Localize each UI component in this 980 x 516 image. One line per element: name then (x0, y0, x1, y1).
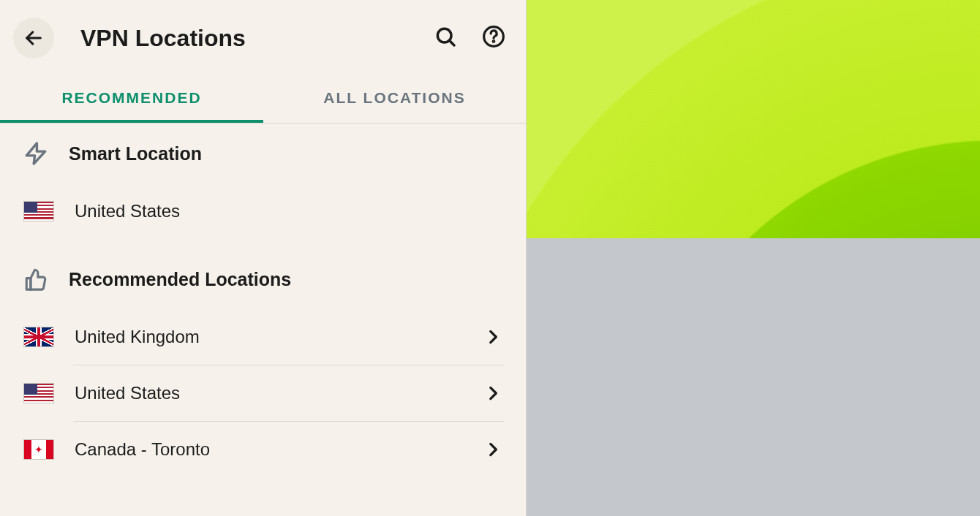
flag-icon (23, 439, 54, 460)
hero-background (527, 0, 980, 238)
svg-marker-5 (26, 143, 45, 164)
main-panel: Connected ••• ther apps securely. (527, 0, 980, 516)
chevron-right-icon (483, 327, 502, 346)
section-label: Recommended Locations (69, 269, 291, 290)
location-name: Canada - Toronto (75, 439, 463, 460)
location-name: United Kingdom (75, 327, 463, 347)
location-item-us[interactable]: United States (0, 365, 526, 421)
lightning-icon (23, 141, 48, 166)
panel-title: VPN Locations (80, 25, 434, 52)
location-item-uk[interactable]: United Kingdom (0, 309, 526, 365)
panel-header: VPN Locations (0, 0, 526, 76)
flag-icon (23, 383, 54, 403)
locations-panel: VPN Locations RECOMMENDED ALL LOCATIONS … (0, 0, 527, 516)
svg-line-2 (449, 40, 454, 45)
location-name: United States (75, 383, 463, 403)
section-label: Smart Location (69, 143, 202, 164)
tab-recommended[interactable]: RECOMMENDED (0, 76, 263, 123)
chevron-right-icon (483, 440, 502, 459)
svg-point-4 (493, 41, 494, 42)
back-button[interactable] (13, 18, 54, 58)
search-icon (434, 25, 457, 48)
location-name: United States (75, 201, 502, 221)
flag-icon (23, 327, 54, 347)
arrow-left-icon (23, 28, 44, 48)
recommended-header: Recommended Locations (0, 249, 526, 309)
locations-list: Smart Location United States Recommended… (0, 124, 526, 516)
tab-all-locations[interactable]: ALL LOCATIONS (263, 76, 526, 123)
smart-location-item[interactable]: United States (0, 183, 526, 239)
search-button[interactable] (434, 25, 457, 51)
chevron-right-icon (483, 384, 502, 403)
flag-icon (23, 201, 54, 221)
tabs: RECOMMENDED ALL LOCATIONS (0, 76, 526, 124)
smart-location-header: Smart Location (0, 124, 526, 183)
help-button[interactable] (482, 25, 505, 51)
location-item-ca[interactable]: Canada - Toronto (0, 422, 526, 477)
thumbs-up-icon (23, 267, 48, 292)
help-circle-icon (482, 25, 505, 48)
